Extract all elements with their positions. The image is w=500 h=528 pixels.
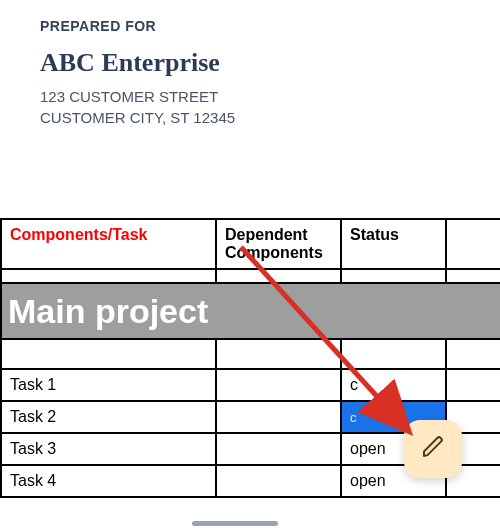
pencil-icon [421, 435, 445, 463]
header-extra[interactable] [446, 219, 500, 269]
table-row[interactable] [1, 269, 500, 283]
company-name: ABC Enterprise [40, 48, 500, 78]
address-line-1: 123 CUSTOMER STREET [40, 86, 500, 107]
header-status[interactable]: Status [341, 219, 446, 269]
task-cell[interactable]: Task 2 [1, 401, 216, 433]
header-dependent[interactable]: Dependent Components [216, 219, 341, 269]
table-row[interactable]: Task 1 c [1, 369, 500, 401]
project-title-row[interactable]: Main project [1, 283, 500, 339]
document-header-block: PREPARED FOR ABC Enterprise 123 CUSTOMER… [0, 0, 500, 128]
table-row[interactable] [1, 339, 500, 369]
dependent-cell[interactable] [216, 369, 341, 401]
task-cell[interactable]: Task 1 [1, 369, 216, 401]
horizontal-scroll-indicator[interactable] [192, 521, 278, 526]
dependent-cell[interactable] [216, 433, 341, 465]
status-cell[interactable]: c [341, 369, 446, 401]
dependent-cell[interactable] [216, 401, 341, 433]
task-cell[interactable]: Task 3 [1, 433, 216, 465]
dependent-cell[interactable] [216, 465, 341, 497]
extra-cell[interactable] [446, 369, 500, 401]
edit-button[interactable] [404, 420, 462, 478]
table-header-row: Components/Task Dependent Components Sta… [1, 219, 500, 269]
project-title: Main project [8, 292, 208, 330]
prepared-for-label: PREPARED FOR [40, 18, 500, 34]
task-cell[interactable]: Task 4 [1, 465, 216, 497]
address-line-2: CUSTOMER CITY, ST 12345 [40, 107, 500, 128]
header-components[interactable]: Components/Task [1, 219, 216, 269]
